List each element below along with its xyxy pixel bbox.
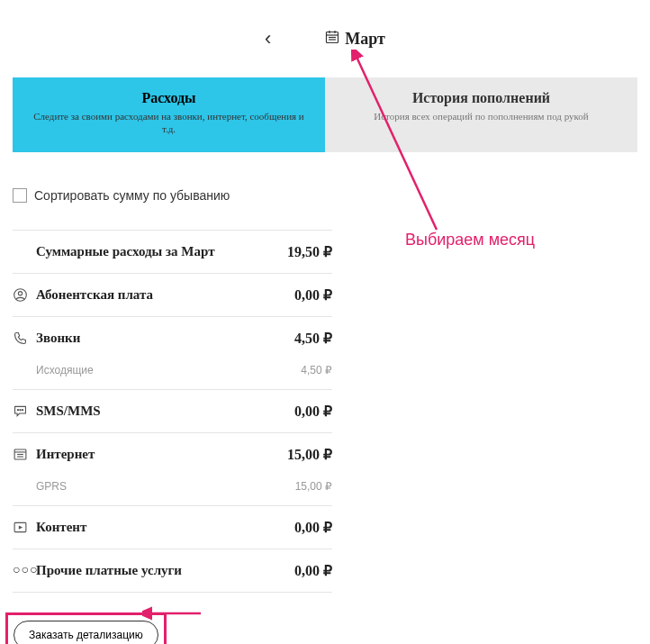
play-icon: [13, 520, 36, 535]
calendar-icon: [325, 30, 339, 48]
row-calls-sub: Исходящие 4,50 ₽: [13, 358, 332, 390]
sort-row: Сортировать сумму по убыванию: [13, 188, 637, 221]
row-calls-value: 4,50 ₽: [294, 330, 332, 347]
svg-point-7: [18, 291, 22, 295]
row-internet-label: Интернет: [36, 447, 287, 462]
order-detail-button[interactable]: Заказать детализацию: [14, 621, 158, 644]
svg-point-10: [22, 409, 23, 410]
row-summary: Суммарные расходы за Март 19,50 ₽: [13, 230, 332, 274]
row-calls-label: Звонки: [36, 331, 294, 346]
row-calls-sub-label: Исходящие: [13, 364, 301, 376]
row-internet: Интернет 15,00 ₽: [13, 433, 332, 476]
tab-topups-title: История пополнений: [343, 90, 619, 106]
row-sms-label: SMS/MMS: [36, 404, 294, 419]
expenses-list: Суммарные расходы за Март 19,50 ₽ Абонен…: [13, 230, 332, 593]
row-other-value: 0,00 ₽: [294, 562, 332, 579]
month-label: Март: [345, 30, 385, 49]
sort-checkbox[interactable]: [13, 188, 27, 203]
row-calls: Звонки 4,50 ₽: [13, 317, 332, 359]
tab-expenses[interactable]: Расходы Следите за своими расходами на з…: [13, 77, 325, 152]
sort-label: Сортировать сумму по убыванию: [34, 188, 230, 203]
chat-icon: [13, 404, 36, 419]
chevron-left-icon[interactable]: ‹: [265, 27, 271, 50]
month-picker[interactable]: Март: [325, 30, 385, 49]
browser-icon: [13, 447, 36, 462]
person-icon: [13, 287, 36, 303]
row-summary-label: Суммарные расходы за Март: [36, 244, 287, 259]
row-other: ○○○ Прочие платные услуги 0,00 ₽: [13, 549, 332, 593]
svg-point-9: [20, 409, 21, 410]
tab-expenses-subtitle: Следите за своими расходами на звонки, и…: [31, 110, 307, 136]
row-content: Контент 0,00 ₽: [13, 506, 332, 549]
row-internet-value: 15,00 ₽: [287, 446, 332, 463]
tabs: Расходы Следите за своими расходами на з…: [13, 77, 637, 152]
row-subscription: Абонентская плата 0,00 ₽: [13, 274, 332, 317]
phone-icon: [13, 331, 36, 346]
row-subscription-label: Абонентская плата: [36, 287, 294, 303]
row-internet-sub-value: 15,00 ₽: [295, 480, 332, 493]
row-content-label: Контент: [36, 520, 294, 535]
row-internet-sub-label: GPRS: [13, 480, 295, 493]
row-content-value: 0,00 ₽: [294, 519, 332, 536]
tab-topups-subtitle: История всех операций по пополнениям под…: [343, 110, 619, 122]
row-other-label: Прочие платные услуги: [36, 563, 294, 578]
tab-topups[interactable]: История пополнений История всех операций…: [325, 77, 637, 152]
row-calls-sub-value: 4,50 ₽: [301, 364, 332, 376]
row-summary-value: 19,50 ₽: [287, 243, 332, 260]
row-subscription-value: 0,00 ₽: [294, 286, 332, 304]
row-sms: SMS/MMS 0,00 ₽: [13, 390, 332, 433]
tab-expenses-title: Расходы: [31, 90, 307, 106]
svg-point-8: [17, 409, 18, 410]
month-selector: ‹ Март: [0, 0, 650, 68]
annotation-highlight-box: Заказать детализацию: [5, 612, 167, 644]
row-sms-value: 0,00 ₽: [294, 403, 332, 420]
annotation-label: Выбираем месяц: [405, 231, 535, 249]
row-internet-sub: GPRS 15,00 ₽: [13, 475, 332, 506]
dots-icon: ○○○: [13, 563, 36, 577]
